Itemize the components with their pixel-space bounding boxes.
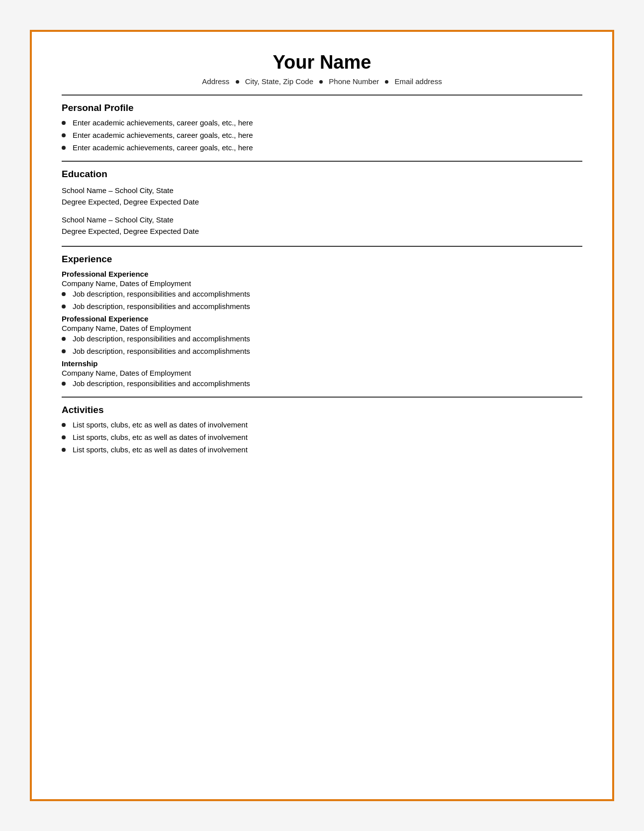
divider-3 (62, 246, 582, 247)
activities-section: Activities List sports, clubs, etc as we… (62, 405, 582, 454)
header-contact: Address City, State, Zip Code Phone Numb… (62, 77, 582, 86)
contact-address: Address (202, 77, 229, 86)
experience-title: Experience (62, 254, 582, 265)
list-item: List sports, clubs, etc as well as dates… (62, 420, 582, 429)
dot-1 (236, 80, 239, 84)
contact-phone: Phone Number (329, 77, 379, 86)
exp-subtitle-2: Professional Experience (62, 314, 582, 323)
personal-item-1: Enter academic achievements, career goal… (73, 118, 253, 127)
edu-entry-2: School Name – School City, State Degree … (62, 214, 582, 237)
bullet-dot (62, 121, 66, 125)
resume-container: Your Name Address City, State, Zip Code … (30, 30, 614, 801)
personal-item-2: Enter academic achievements, career goal… (73, 131, 253, 139)
personal-profile-list: Enter academic achievements, career goal… (62, 118, 582, 152)
exp-list-3: Job description, responsibilities and ac… (62, 379, 582, 388)
exp-list-2: Job description, responsibilities and ac… (62, 334, 582, 355)
list-item: Job description, responsibilities and ac… (62, 334, 582, 343)
exp-company-3: Company Name, Dates of Employment (62, 369, 582, 377)
exp1-item-2: Job description, responsibilities and ac… (73, 302, 250, 311)
bullet-dot (62, 448, 66, 452)
list-item: Enter academic achievements, career goal… (62, 143, 582, 152)
list-item: Job description, responsibilities and ac… (62, 379, 582, 388)
divider-1 (62, 95, 582, 96)
exp-subtitle-3: Internship (62, 359, 582, 368)
exp2-item-2: Job description, responsibilities and ac… (73, 347, 250, 355)
bullet-dot (62, 292, 66, 296)
list-item: List sports, clubs, etc as well as dates… (62, 433, 582, 441)
exp-list-1: Job description, responsibilities and ac… (62, 290, 582, 311)
edu-school-1: School Name – School City, State (62, 185, 582, 196)
list-item: Enter academic achievements, career goal… (62, 131, 582, 139)
list-item: Job description, responsibilities and ac… (62, 302, 582, 311)
bullet-dot (62, 435, 66, 439)
bullet-dot (62, 423, 66, 427)
contact-email: Email address (395, 77, 442, 86)
exp-company-2: Company Name, Dates of Employment (62, 324, 582, 332)
education-section: Education School Name – School City, Sta… (62, 169, 582, 237)
contact-city: City, State, Zip Code (245, 77, 313, 86)
activity-item-1: List sports, clubs, etc as well as dates… (73, 420, 248, 429)
activities-title: Activities (62, 405, 582, 416)
experience-section: Experience Professional Experience Compa… (62, 254, 582, 388)
edu-school-2: School Name – School City, State (62, 214, 582, 225)
bullet-dot (62, 337, 66, 341)
list-item: Enter academic achievements, career goal… (62, 118, 582, 127)
edu-degree-2: Degree Expected, Degree Expected Date (62, 225, 582, 237)
dot-2 (319, 80, 323, 84)
edu-degree-1: Degree Expected, Degree Expected Date (62, 196, 582, 208)
list-item: List sports, clubs, etc as well as dates… (62, 445, 582, 454)
exp-company-1: Company Name, Dates of Employment (62, 279, 582, 288)
personal-profile-section: Personal Profile Enter academic achievem… (62, 103, 582, 152)
bullet-dot (62, 382, 66, 386)
divider-2 (62, 161, 582, 162)
bullet-dot (62, 146, 66, 150)
resume-name: Your Name (62, 52, 582, 73)
personal-item-3: Enter academic achievements, career goal… (73, 143, 253, 152)
dot-3 (385, 80, 388, 84)
exp2-item-1: Job description, responsibilities and ac… (73, 334, 250, 343)
header-section: Your Name Address City, State, Zip Code … (62, 52, 582, 86)
bullet-dot (62, 349, 66, 353)
list-item: Job description, responsibilities and ac… (62, 290, 582, 298)
edu-entry-1: School Name – School City, State Degree … (62, 185, 582, 208)
list-item: Job description, responsibilities and ac… (62, 347, 582, 355)
personal-profile-title: Personal Profile (62, 103, 582, 113)
exp3-item-1: Job description, responsibilities and ac… (73, 379, 250, 388)
divider-4 (62, 397, 582, 398)
exp1-item-1: Job description, responsibilities and ac… (73, 290, 250, 298)
bullet-dot (62, 305, 66, 309)
activity-item-2: List sports, clubs, etc as well as dates… (73, 433, 248, 441)
education-title: Education (62, 169, 582, 180)
bullet-dot (62, 133, 66, 137)
exp-subtitle-1: Professional Experience (62, 270, 582, 278)
activity-item-3: List sports, clubs, etc as well as dates… (73, 445, 248, 454)
activities-list: List sports, clubs, etc as well as dates… (62, 420, 582, 454)
